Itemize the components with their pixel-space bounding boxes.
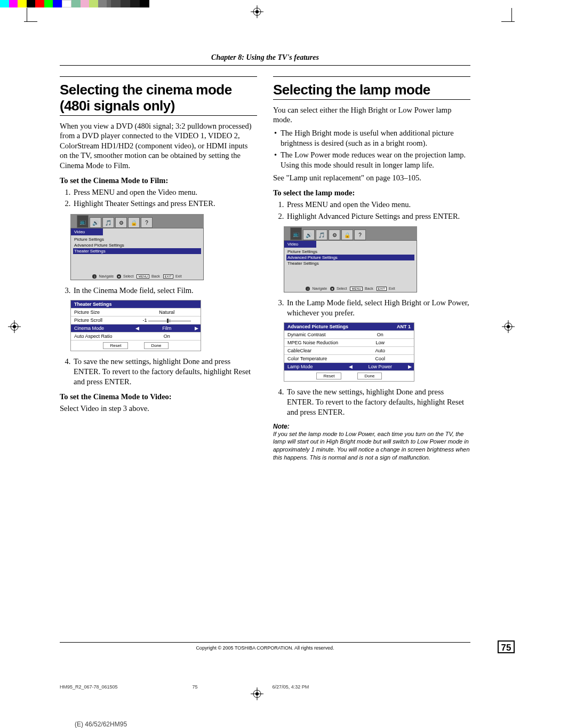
setting-value: ◀Film▶: [133, 325, 201, 332]
list-item: Press MENU and open the Video menu.: [286, 200, 470, 210]
osd-tab: 🎵: [102, 217, 114, 228]
osd-tab: ⚙: [115, 217, 127, 228]
setting-value: ◀Low Power▶: [347, 363, 414, 370]
setting-value: Cool: [347, 355, 414, 362]
osd-tab: 🔊: [303, 230, 315, 240]
osd-screenshot: 📺 🔊 🎵 ⚙ 🔒 ? Video Picture Settings Advan…: [284, 226, 417, 292]
osd-tab: 🔒: [128, 217, 140, 228]
osd-tab: ⚙: [329, 230, 340, 240]
section-heading: Selecting the cinema mode (480i signals …: [60, 82, 257, 114]
list-item: To save the new settings, highlight Done…: [73, 357, 257, 387]
setting-value: -1: [133, 316, 201, 324]
setting-label: Auto Aspect Ratio: [71, 333, 133, 340]
osd-screenshot: 📺 🔊 🎵 ⚙ 🔒 ? Video Picture Settings Advan…: [70, 214, 204, 280]
osd-footer: ↕Navigate ●Select MENUBack EXITExit: [71, 274, 203, 279]
setting-label: Picture Scroll: [71, 316, 133, 324]
setting-label: Picture Size: [71, 308, 133, 316]
model-identifier: (E) 46/52/62HM95: [75, 721, 127, 728]
list-item: Press MENU and open the Video menu.: [73, 187, 257, 197]
note-heading: Note:: [273, 423, 470, 430]
osd-category-label: Video: [284, 241, 316, 248]
divider: [60, 65, 470, 66]
settings-header: Advanced Picture SettingsANT 1: [284, 323, 414, 330]
osd-item: Theater Settings: [286, 260, 414, 266]
list-item: To save the new settings, highlight Done…: [286, 387, 470, 417]
list-item: The High Bright mode is useful when addi…: [273, 128, 470, 148]
osd-tab: 🎵: [316, 230, 327, 240]
paragraph: Select Video in step 3 above.: [60, 403, 257, 414]
divider: [273, 76, 470, 77]
list-item: Highlight Theater Settings and press ENT…: [73, 199, 257, 209]
subheading: To set the Cinema Mode to Film:: [60, 176, 257, 185]
osd-tab: 🔊: [90, 217, 101, 228]
osd-footer: ↕Navigate ●Select MENUBack EXITExit: [284, 287, 417, 291]
osd-tab-active: 📺: [77, 215, 89, 228]
list-item: Highlight Advanced Picture Settings and …: [286, 211, 470, 221]
setting-value: On: [133, 333, 201, 340]
setting-value: Natural: [133, 308, 201, 316]
settings-table: Advanced Picture SettingsANT 1 Dynamic C…: [284, 322, 414, 382]
osd-tab: 🔒: [341, 230, 353, 240]
divider: [273, 99, 470, 100]
registration-mark: [502, 320, 515, 333]
subheading: To select the lamp mode:: [273, 188, 470, 197]
osd-category-label: Video: [71, 228, 103, 235]
page-number: 75: [498, 640, 515, 653]
setting-label: MPEG Noise Reduction: [284, 339, 347, 346]
setting-value: Low: [347, 339, 414, 346]
right-column: Selecting the lamp mode You can select e…: [273, 76, 470, 462]
done-button: Done: [144, 342, 168, 349]
copyright-footer: Copyright © 2005 TOSHIBA CORPORATION. Al…: [60, 642, 470, 651]
paragraph: When you view a DVD (480i signal; 3:2 pu…: [60, 121, 257, 171]
settings-table: Theater Settings Picture SizeNatural Pic…: [70, 300, 201, 351]
osd-tab-active: 📺: [290, 227, 302, 240]
osd-item: Advanced Picture Settings: [73, 242, 201, 248]
settings-header: Theater Settings: [71, 300, 201, 308]
section-heading: Selecting the lamp mode: [273, 82, 470, 98]
list-item: In the Cinema Mode field, select Film.: [73, 286, 257, 296]
list-item: The Low Power mode reduces wear on the p…: [273, 150, 470, 170]
reset-button: Reset: [103, 342, 128, 349]
setting-value: Auto: [347, 347, 414, 354]
crop-mark: [491, 11, 512, 32]
setting-label: Lamp Mode: [284, 363, 347, 370]
paragraph: See "Lamp unit replacement" on page 103–…: [273, 173, 470, 183]
chapter-heading: Chapter 8: Using the TV's features: [60, 53, 470, 62]
done-button: Done: [357, 373, 381, 379]
note-text: If you set the lamp mode to Low Power, e…: [273, 430, 470, 462]
left-column: Selecting the cinema mode (480i signals …: [60, 76, 257, 462]
osd-item: Picture Settings: [286, 249, 414, 255]
setting-label: CableClear: [284, 347, 347, 354]
osd-tab: ?: [354, 230, 366, 240]
setting-label: Dynamic Contrast: [284, 331, 347, 338]
setting-value: On: [347, 331, 414, 338]
paragraph: You can select either the High Bright or…: [273, 105, 470, 125]
divider: [60, 115, 257, 116]
crop-mark: [27, 11, 48, 32]
registration-mark: [8, 320, 21, 333]
osd-item-highlighted: Advanced Picture Settings: [286, 255, 414, 260]
osd-item-highlighted: Theater Settings: [73, 248, 201, 254]
list-item: In the Lamp Mode field, select High Brig…: [286, 298, 470, 318]
subheading: To set the Cinema Mode to Video:: [60, 392, 257, 401]
osd-item: Picture Settings: [73, 236, 201, 242]
print-color-bar-right: [0, 0, 107, 7]
registration-mark: [251, 5, 263, 18]
setting-label: Cinema Mode: [71, 325, 133, 332]
reset-button: Reset: [316, 373, 341, 379]
print-footer: HM95_R2_067-78_061505 75 6/27/05, 4:32 P…: [60, 684, 470, 690]
divider: [60, 76, 257, 77]
osd-tab: ?: [141, 217, 153, 228]
setting-label: Color Temperature: [284, 355, 347, 362]
